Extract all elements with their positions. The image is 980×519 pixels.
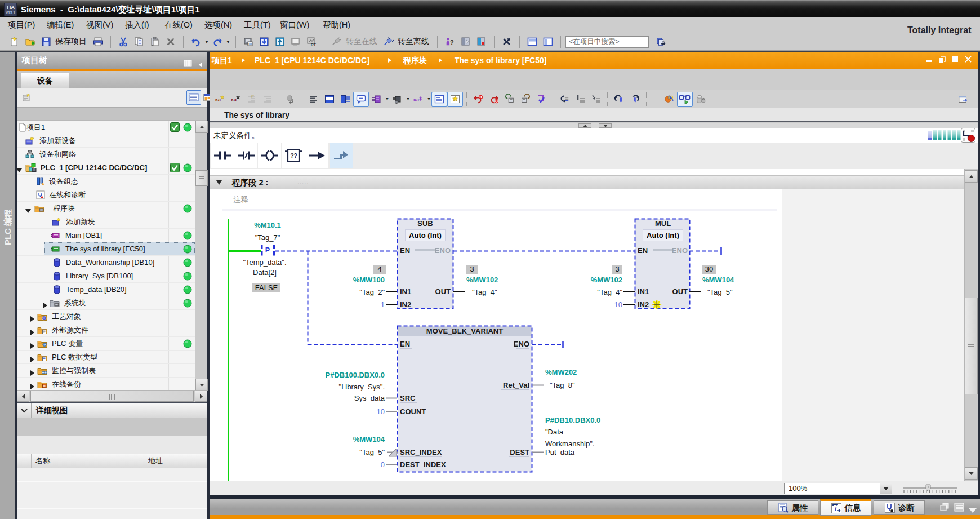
- list-view2-icon[interactable]: [954, 503, 964, 514]
- move-destidx-value[interactable]: 0: [381, 460, 385, 469]
- win-restore-button[interactable]: [938, 55, 946, 65]
- undo-dropdown[interactable]: ▼: [204, 35, 210, 48]
- win-close-button[interactable]: [964, 55, 972, 65]
- expander-right-icon[interactable]: [29, 314, 35, 320]
- win-max-button[interactable]: [951, 55, 959, 65]
- open-project-button[interactable]: [23, 35, 38, 48]
- tree-row[interactable]: Data_Workmanship [DB10]: [17, 256, 195, 269]
- plug-blue-button[interactable]: [381, 35, 397, 48]
- network-comment[interactable]: 注释: [233, 196, 248, 204]
- tree-row[interactable]: 设备和网络: [17, 148, 195, 161]
- tree-row[interactable]: 程序块: [17, 202, 195, 215]
- zoom-dropdown-button[interactable]: [880, 483, 892, 494]
- float-view-icon[interactable]: [939, 503, 950, 514]
- menu-item-6[interactable]: 工具(T): [239, 17, 275, 33]
- tree-item-label[interactable]: 添加新块: [66, 218, 95, 227]
- fav-coil-button[interactable]: [258, 143, 281, 168]
- expander-right-icon[interactable]: [29, 341, 35, 347]
- mul-out-tag[interactable]: "Tag_5": [707, 288, 733, 296]
- tree-item-label[interactable]: Temp_data [DB20]: [66, 285, 127, 294]
- mul-out-address[interactable]: %MW104: [702, 276, 734, 284]
- tree-row[interactable]: The sys of library [FC50]: [17, 242, 195, 256]
- mul-title[interactable]: MUL: [655, 219, 671, 228]
- expander-down-icon[interactable]: [25, 206, 31, 211]
- mul-pin-in1[interactable]: IN1: [638, 287, 649, 296]
- tree-row[interactable]: Library_Sys [DB100]: [17, 269, 195, 283]
- sub-in2-value[interactable]: 1: [381, 300, 385, 309]
- compile-button[interactable]: 01: [240, 35, 256, 48]
- move-title[interactable]: MOVE_BLK_VARIANT: [426, 327, 503, 335]
- expander-right-icon[interactable]: [29, 327, 35, 333]
- tree-item-label[interactable]: PLC 变量: [52, 339, 83, 348]
- mul-in1-tag[interactable]: "Tag_4": [597, 288, 622, 296]
- move-dest-name2[interactable]: Workmanship".: [545, 440, 594, 448]
- menu-item-0[interactable]: 项目(P): [3, 17, 39, 33]
- tree-item-label[interactable]: PLC_1 [CPU 1214C DC/DC/DC]: [41, 163, 147, 172]
- et-call-structure-button[interactable]: [661, 92, 677, 107]
- move-src-pointer[interactable]: P#DB100.DBX0.0: [326, 371, 385, 379]
- breadcrumb-item[interactable]: The sys of library [FC50]: [455, 52, 546, 69]
- tab-info[interactable]: i信息: [820, 499, 871, 516]
- mul-pin-out[interactable]: OUT: [672, 287, 688, 296]
- move-pin-src-index[interactable]: SRC_INDEX: [400, 448, 442, 456]
- detail-collapse-button[interactable]: [17, 403, 32, 418]
- sub-subtitle[interactable]: Auto (Int): [405, 229, 446, 241]
- expander-right-icon[interactable]: [29, 368, 35, 374]
- tree-item-label[interactable]: 添加新设备: [39, 136, 76, 145]
- menu-item-7[interactable]: 窗口(W): [275, 17, 314, 33]
- tree-item-label[interactable]: 在线备份: [52, 380, 81, 389]
- mul-pin-en[interactable]: EN: [638, 246, 648, 255]
- breadcrumb-item[interactable]: 程序块: [403, 52, 427, 69]
- network-collapse-icon[interactable]: [216, 180, 222, 185]
- tree-item-label[interactable]: Data_Workmanship [DB10]: [66, 258, 154, 267]
- et-fav-show-button[interactable]: [431, 92, 447, 107]
- et-outdent-button[interactable]: [260, 92, 275, 107]
- et-undo-err-button[interactable]: [470, 92, 486, 107]
- fav-contact-open-button[interactable]: [211, 143, 234, 168]
- scroll-up-button[interactable]: [965, 170, 978, 183]
- tree-scroll-thumb[interactable]: [195, 170, 208, 186]
- editor-vscrollbar[interactable]: [964, 169, 978, 481]
- expander-right-icon[interactable]: [29, 354, 35, 360]
- expander-right-icon[interactable]: [29, 382, 35, 387]
- move-retval-tag[interactable]: "Tag_8": [550, 381, 575, 389]
- mul-out-value[interactable]: 30: [702, 265, 716, 274]
- expander-right-icon[interactable]: [42, 300, 48, 306]
- move-pin-dest[interactable]: DEST: [510, 448, 529, 456]
- et-consistency-button[interactable]: [533, 92, 549, 107]
- move-count-value[interactable]: 10: [377, 407, 385, 416]
- win-min-button[interactable]: [925, 55, 933, 65]
- copy-button[interactable]: [131, 35, 147, 48]
- network-comment-dots[interactable]: .....: [297, 176, 309, 189]
- move-pin-src[interactable]: SRC: [400, 394, 415, 402]
- sub-in1-value[interactable]: 4: [373, 265, 386, 274]
- et-insert-network-button[interactable]: ĸa: [212, 92, 228, 107]
- tree-row[interactable]: PLC 变量: [17, 337, 195, 351]
- et-db-gray-button[interactable]: [693, 92, 709, 107]
- scroll-right-button[interactable]: [195, 391, 207, 402]
- et-text-lines-button[interactable]: [572, 92, 588, 107]
- monitor-button[interactable]: [288, 35, 304, 48]
- splitter-down-button[interactable]: [599, 123, 612, 128]
- mul-pin-in2[interactable]: IN2: [638, 300, 649, 309]
- breadcrumb-item[interactable]: 项目1: [212, 52, 232, 69]
- move-dest-member[interactable]: Put_data: [545, 448, 574, 456]
- move-pin-eno[interactable]: ENO: [514, 340, 529, 348]
- et-net-comments-button[interactable]: [322, 92, 337, 107]
- tree-hscrollbar[interactable]: [17, 390, 207, 402]
- tree-row[interactable]: 设备组态: [17, 175, 195, 188]
- editor-splitter[interactable]: [210, 123, 978, 128]
- et-net-titles-button[interactable]: [337, 92, 353, 107]
- et-goto-def-button[interactable]: [556, 92, 572, 107]
- et-monitor-button[interactable]: [677, 92, 693, 107]
- tree-row[interactable]: 项目1: [17, 121, 195, 134]
- split-v-button[interactable]: [540, 35, 556, 48]
- sub-out-address[interactable]: %MW102: [466, 276, 498, 284]
- fav-contact-closed-button[interactable]: [234, 143, 257, 168]
- upload-button[interactable]: [272, 35, 288, 48]
- cut-button[interactable]: [115, 35, 131, 48]
- tree-row[interactable]: 工艺对象: [17, 310, 195, 323]
- tree-item-label[interactable]: Library_Sys [DB100]: [66, 272, 133, 281]
- dropdown-caret[interactable]: ▼: [406, 92, 411, 106]
- new-project-button[interactable]: [7, 35, 23, 48]
